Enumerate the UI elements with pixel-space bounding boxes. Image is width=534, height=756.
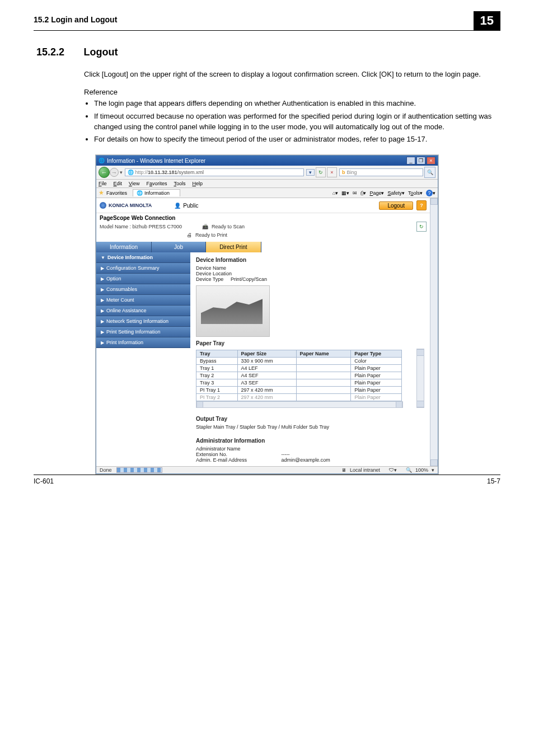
sidebar-item-print-setting[interactable]: ▶Print Setting Information: [96, 327, 190, 337]
footer-product: IC-601: [34, 477, 487, 485]
cmdbar-tools[interactable]: Tools: [408, 190, 420, 196]
public-user-label: 👤 Public: [174, 203, 198, 209]
search-field[interactable]: b Bing: [339, 168, 423, 176]
url-field[interactable]: 🌐 http://10.11.32.181/system.xml: [125, 168, 304, 176]
konica-minolta-logo: KONICA MINOLTA: [100, 202, 152, 209]
menu-file[interactable]: FFileile: [99, 181, 107, 186]
zoom-icon[interactable]: 🔍: [406, 467, 412, 473]
sidebar-item-network-setting[interactable]: ▶Network Setting Information: [96, 316, 190, 327]
status-text: Done: [100, 467, 112, 473]
table-row: PI Tray 2297 x 420 mmPlain Paper: [196, 394, 402, 401]
device-image: [196, 285, 270, 337]
help-button[interactable]: ?: [416, 200, 427, 210]
intranet-icon: 🖥: [341, 467, 346, 473]
sidebar-item-print-information[interactable]: ▶Print Information: [96, 337, 190, 348]
sidebar-item-device-information[interactable]: ▼Device Information: [96, 252, 190, 263]
chevron-down-icon[interactable]: ▾: [335, 190, 338, 196]
sidebar-item-meter-count[interactable]: ▶Meter Count: [96, 295, 190, 306]
zone-label: Local intranet: [350, 467, 380, 473]
back-button[interactable]: ←: [99, 167, 110, 178]
protected-mode-icon[interactable]: 🛡▾: [389, 467, 397, 473]
admin-ext-row: Extension No. -----: [196, 452, 424, 457]
chevron-down-icon[interactable]: ▾: [420, 190, 423, 196]
model-name-label: Model Name : bizhub PRESS C7000: [100, 224, 182, 229]
browser-tab[interactable]: 🌐 Information: [133, 189, 180, 196]
device-type-row: Device Type Print/Copy/Scan: [196, 276, 424, 282]
window-titlebar[interactable]: 🌐 Information - Windows Internet Explore…: [96, 156, 438, 166]
url-dropdown-icon[interactable]: ▾: [306, 169, 315, 176]
browser-window: 🌐 Information - Windows Internet Explore…: [96, 155, 438, 474]
history-dropdown-icon[interactable]: ▾: [120, 170, 123, 175]
menu-bar: FFileile Edit View Favorites Tools Help: [96, 180, 438, 188]
chevron-down-icon[interactable]: ▾: [433, 190, 435, 196]
page-vertical-scrollbar[interactable]: [430, 198, 438, 466]
section-title: Logout: [83, 46, 118, 58]
reference-item: If timeout occurred because no operation…: [94, 111, 500, 133]
device-status-panel: PageScope Web Connection Model Name : bi…: [96, 213, 430, 240]
status-refresh-button[interactable]: ↻: [416, 222, 427, 232]
bing-icon: b: [342, 170, 345, 175]
forward-button[interactable]: →: [110, 168, 119, 177]
sidebar-item-option[interactable]: ▶Option: [96, 274, 190, 284]
zoom-level[interactable]: 100%: [415, 467, 428, 473]
main-panel: Device Information Device Name Device Lo…: [190, 252, 430, 466]
reference-heading: Reference: [84, 88, 500, 96]
minimize-button[interactable]: _: [406, 157, 415, 165]
menu-edit[interactable]: Edit: [114, 181, 123, 186]
heading-output-tray: Output Tray: [196, 416, 424, 422]
menu-view[interactable]: View: [129, 181, 139, 186]
close-button[interactable]: ×: [427, 157, 435, 165]
menu-tools[interactable]: Tools: [174, 181, 185, 186]
feeds-icon[interactable]: ▦: [341, 190, 346, 196]
status-print: Ready to Print: [195, 232, 227, 238]
tab-title: Information: [144, 190, 170, 196]
printer-icon: 🖨: [187, 232, 192, 238]
ie-statusbar: Done 🖥 Local intranet 🛡▾ 🔍 100% ▾: [96, 466, 438, 473]
chevron-down-icon[interactable]: ▾: [346, 190, 349, 196]
output-tray-text: Stapler Main Tray / Stapler Sub Tray / M…: [196, 424, 424, 430]
search-placeholder: Bing: [347, 170, 357, 175]
scanner-icon: 📠: [202, 224, 208, 229]
window-title: Information - Windows Internet Explorer: [107, 158, 405, 164]
main-tabs: Information Job Direct Print: [96, 242, 430, 252]
sidebar: ▼Device Information ▶Configuration Summa…: [96, 252, 190, 466]
chevron-down-icon[interactable]: ▾: [363, 190, 366, 196]
progress-bar: [116, 467, 162, 473]
cmdbar-safety[interactable]: Safety: [387, 190, 402, 196]
body-paragraph: Click [Logout] on the upper right of the…: [84, 69, 500, 80]
sidebar-item-online-assistance[interactable]: ▶Online Assistance: [96, 306, 190, 316]
chevron-down-icon[interactable]: ▾: [432, 467, 434, 473]
tab-direct-print[interactable]: Direct Print: [206, 242, 261, 252]
section-number: 15.2.2: [36, 46, 81, 58]
logout-button[interactable]: Logout: [379, 201, 413, 210]
menu-help[interactable]: Help: [192, 181, 203, 186]
chevron-down-icon[interactable]: ▾: [381, 190, 384, 196]
favorites-star-icon[interactable]: ★: [99, 189, 104, 196]
running-head: 15.2 Login and Logout 15: [34, 11, 500, 31]
vertical-scrollbar[interactable]: [416, 349, 424, 408]
heading-device-information: Device Information: [196, 257, 424, 263]
stop-button[interactable]: ×: [327, 167, 337, 177]
th-name: Paper Name: [296, 350, 351, 358]
chevron-down-icon[interactable]: ▾: [402, 190, 405, 196]
tab-information[interactable]: Information: [96, 242, 152, 252]
reference-list: The login page that appears differs depe…: [84, 98, 500, 145]
sidebar-item-configuration-summary[interactable]: ▶Configuration Summary: [96, 263, 190, 274]
cmdbar-page[interactable]: Page: [369, 190, 381, 196]
refresh-button[interactable]: ↻: [316, 167, 326, 177]
table-row: Tray 2A4 SEFPlain Paper: [196, 372, 402, 379]
device-name-row: Device Name: [196, 265, 424, 271]
search-go-button[interactable]: 🔍: [424, 167, 435, 178]
heading-paper-tray: Paper Tray: [196, 340, 424, 346]
footer-page-number: 15-7: [487, 477, 500, 485]
sidebar-item-consumables[interactable]: ▶Consumables: [96, 284, 190, 295]
maximize-button[interactable]: ❐: [416, 157, 425, 165]
help-icon[interactable]: ?: [426, 190, 433, 196]
horizontal-scrollbar[interactable]: [196, 401, 403, 408]
tab-job[interactable]: Job: [152, 242, 206, 252]
favorites-label[interactable]: Favorites: [106, 190, 127, 196]
menu-favorites[interactable]: Favorites: [146, 181, 167, 186]
table-row: Tray 1A4 LEFPlain Paper: [196, 365, 402, 372]
mail-icon[interactable]: ✉: [353, 190, 357, 196]
reference-item: For details on how to specify the timeou…: [94, 134, 500, 145]
